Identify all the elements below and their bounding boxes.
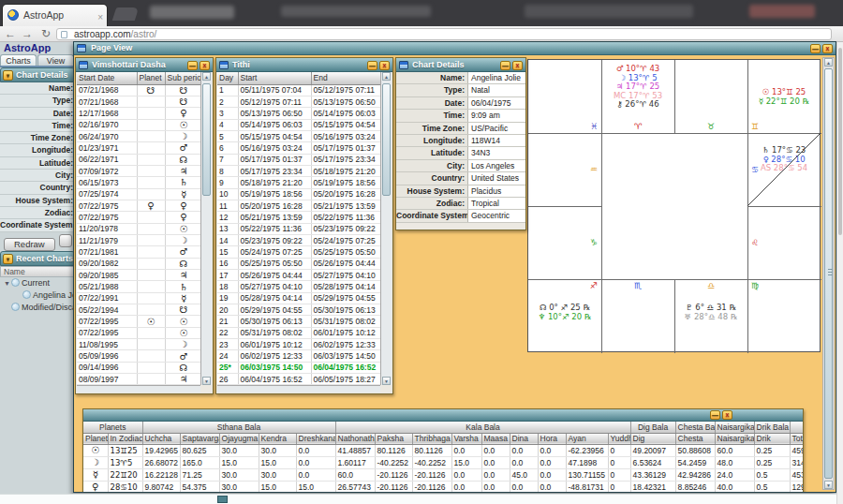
minimize-button[interactable]: — xyxy=(367,61,377,70)
tithi-row[interactable]: 2406/02/1975 12:3306/03/1975 14:50 xyxy=(217,350,380,362)
dasha-row[interactable]: 01/23/1971♂ xyxy=(77,142,200,154)
dasha-row[interactable]: 07/21/1968☋ xyxy=(77,96,200,107)
bala-col-header[interactable]: Total xyxy=(790,433,804,444)
tithi-row[interactable]: 25*06/03/1975 14:5006/04/1975 16:52 xyxy=(217,362,380,373)
close-button[interactable]: x xyxy=(200,61,210,70)
dasha-row[interactable]: 05/21/1988♄ xyxy=(77,281,200,292)
bala-row[interactable]: ☉13♊2519.4296580.62530.030.00.041.488578… xyxy=(83,444,804,456)
bala-col-header[interactable]: Dig xyxy=(630,433,675,444)
dasha-row[interactable]: 08/09/1997♃ xyxy=(77,374,200,385)
tithi-row[interactable]: 605/16/1975 03:2405/17/1975 01:37 xyxy=(217,142,380,154)
bala-row[interactable]: ☿22♊2016.2212871.2530.030.00.060.0-20.11… xyxy=(83,468,804,481)
bala-col-header[interactable]: Drik xyxy=(754,433,790,444)
tithi-row[interactable]: 2105/30/1975 06:1305/31/1975 08:02 xyxy=(217,316,380,327)
tithi-row[interactable]: 505/15/1975 04:5405/16/1975 03:24 xyxy=(217,130,380,141)
tithi-row[interactable]: 1105/20/1975 16:2805/21/1975 13:59 xyxy=(217,200,380,211)
tithi-row[interactable]: 1605/25/1975 05:5005/26/1975 04:44 xyxy=(217,258,380,269)
tithi-row[interactable]: 705/17/1975 01:3705/17/1975 23:34 xyxy=(217,154,380,165)
tithi-row[interactable]: 1405/23/1975 09:2205/24/1975 07:25 xyxy=(217,234,380,245)
bala-col-header[interactable]: Ojayugma xyxy=(219,433,259,444)
tree-item[interactable]: Angelina Jolie xyxy=(0,289,75,302)
scroll-down-icon[interactable]: ▼ xyxy=(824,481,833,489)
collapse-arrow-icon[interactable]: ▼ xyxy=(3,70,13,81)
tithi-row[interactable]: 2306/01/1975 10:1206/02/1975 12:33 xyxy=(217,339,380,350)
tithi-col-header[interactable]: End xyxy=(311,72,380,84)
scrollbar-thumb[interactable] xyxy=(824,68,833,479)
tithi-row[interactable]: 305/13/1975 06:5005/14/1975 06:03 xyxy=(217,108,380,119)
close-button[interactable]: x xyxy=(512,61,523,70)
dasha-row[interactable]: 07/22/1975♀♀ xyxy=(77,200,200,211)
dasha-row[interactable]: 09/20/1985♃ xyxy=(77,270,200,281)
browser-tab[interactable]: AstroApp × xyxy=(2,4,108,26)
tithi-col-header[interactable]: Start xyxy=(238,72,311,84)
dasha-row[interactable]: 07/09/1972♃ xyxy=(77,165,200,176)
shadbala-titlebar[interactable]: — x xyxy=(83,409,803,422)
tithi-col-header[interactable]: Day xyxy=(217,72,238,84)
dasha-row[interactable]: 05/09/1996♂ xyxy=(77,350,200,362)
horizontal-scrollbar[interactable] xyxy=(77,385,200,393)
bala-col-header[interactable]: Yuddha xyxy=(608,433,630,444)
bala-row[interactable]: ♀28♋109.8074254.37530.015.015.026.57743-… xyxy=(83,481,804,492)
tithi-row[interactable]: 105/11/1975 07:0405/12/1975 07:11 xyxy=(217,84,380,96)
tithi-titlebar[interactable]: Tithi — x xyxy=(216,58,392,72)
bala-col-header[interactable]: Chesta xyxy=(675,433,715,444)
vimshottari-col-header[interactable]: Start Date xyxy=(77,72,137,84)
dasha-row[interactable]: 07/22/1995☉☉ xyxy=(77,316,200,327)
dasha-row[interactable]: 12/17/1968♀ xyxy=(77,108,200,119)
forward-icon[interactable]: → xyxy=(19,26,36,41)
tithi-row[interactable]: 2205/31/1975 08:0206/01/1975 10:12 xyxy=(217,327,380,338)
partial-button[interactable] xyxy=(59,234,72,247)
tab-close-icon[interactable]: × xyxy=(97,7,103,26)
dasha-row[interactable]: 06/24/1970☽ xyxy=(77,130,200,141)
page-view-scrollbar[interactable]: ▲ ▼ xyxy=(822,57,835,490)
tithi-row[interactable]: 1905/28/1975 04:1405/29/1975 04:55 xyxy=(217,292,380,304)
blurred-tab[interactable] xyxy=(281,6,431,17)
minimize-button[interactable]: — xyxy=(710,410,720,420)
browser-scrollbar[interactable] xyxy=(836,42,843,504)
collapse-arrow-icon[interactable]: ▼ xyxy=(3,254,13,264)
horizontal-scrollbar[interactable] xyxy=(217,385,380,393)
address-bar[interactable]: astroapp.com/astro/ xyxy=(56,28,832,40)
bala-col-header[interactable]: Kendra xyxy=(259,433,296,444)
back-icon[interactable]: ← xyxy=(2,26,19,41)
bala-row[interactable]: ☽13♈526.68072165.015.015.00.01.60117-40.… xyxy=(83,456,804,468)
tree-item[interactable]: ▼Current xyxy=(0,277,75,289)
recent-charts-column-header[interactable]: Name xyxy=(0,266,75,277)
tithi-row[interactable]: 205/12/1975 07:1105/13/1975 06:50 xyxy=(217,96,380,107)
dasha-row[interactable]: 07/21/1968☋☋ xyxy=(77,84,200,96)
minimize-button[interactable]: — xyxy=(500,61,510,70)
scrollbar-thumb[interactable] xyxy=(838,48,842,235)
tithi-row[interactable]: 1705/26/1975 04:4405/27/1975 04:10 xyxy=(217,270,380,281)
dasha-row[interactable]: 11/20/1978☉ xyxy=(77,223,200,234)
bala-col-header[interactable]: Dina xyxy=(510,433,538,444)
sidebar-tab-view[interactable]: View xyxy=(37,54,74,66)
redraw-button[interactable]: Redraw xyxy=(4,238,55,251)
scroll-down-icon[interactable]: ▼ xyxy=(202,377,211,385)
scroll-up-icon[interactable]: ▲ xyxy=(202,72,211,81)
dasha-row[interactable]: 07/22/1995☉ xyxy=(77,327,200,338)
blurred-tab[interactable] xyxy=(749,5,815,18)
new-tab-button[interactable] xyxy=(112,7,140,21)
tithi-row[interactable]: 805/17/1975 23:3405/18/1975 21:20 xyxy=(217,165,380,176)
bala-col-header[interactable]: Saptavarga xyxy=(180,433,219,444)
bala-col-header[interactable]: Uchcha xyxy=(142,433,180,444)
dasha-row[interactable]: 09/14/1996☊ xyxy=(77,362,200,373)
minimize-button[interactable]: — xyxy=(187,61,198,70)
chart-details-panel-header[interactable]: ▼ Chart Details xyxy=(0,67,75,82)
bala-col-header[interactable]: Thribhaga xyxy=(412,433,451,444)
dasha-row[interactable]: 09/20/1982☊ xyxy=(77,258,200,269)
close-button[interactable]: x xyxy=(722,410,732,420)
tithi-row[interactable]: 405/14/1975 06:0305/15/1975 04:54 xyxy=(217,119,380,130)
dasha-row[interactable]: 11/08/1995☽ xyxy=(77,339,200,350)
scrollbar-thumb[interactable] xyxy=(202,83,211,196)
blurred-tab[interactable] xyxy=(150,6,234,19)
tithi-row[interactable]: 2005/29/1975 04:5505/30/1975 06:13 xyxy=(217,304,380,316)
dasha-row[interactable]: 02/16/1970☉ xyxy=(77,119,200,130)
tithi-row[interactable]: 1305/22/1975 11:3605/23/1975 09:22 xyxy=(217,223,380,234)
tithi-scrollbar[interactable]: ▲ ▼ xyxy=(380,72,392,385)
chart-details-titlebar[interactable]: Chart Details — x xyxy=(396,58,525,72)
tithi-row[interactable]: 2606/04/1975 16:5206/05/1975 18:27 xyxy=(217,374,380,385)
bala-col-header[interactable]: Nathonatha xyxy=(335,433,375,444)
blurred-tab[interactable] xyxy=(525,5,693,18)
bala-col-header[interactable]: Naisargika xyxy=(715,433,754,444)
